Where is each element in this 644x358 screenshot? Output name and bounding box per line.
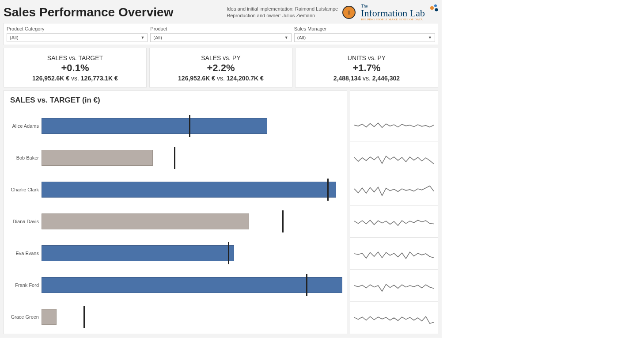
bullet-chart <box>42 177 342 202</box>
sparkline-icon <box>354 275 434 296</box>
kpi-label: UNITS vs. PY <box>298 54 435 61</box>
sparkline-icon <box>354 147 434 168</box>
info-icon: i <box>348 9 350 16</box>
header: Sales Performance Overview Idea and init… <box>4 4 438 21</box>
kpi-row: SALES vs. TARGET +0.1% 126,952.6K € vs. … <box>4 48 438 88</box>
sparkline-panel <box>350 90 438 334</box>
kpi-label: SALES vs. PY <box>152 54 289 61</box>
info-button[interactable]: i <box>342 6 356 19</box>
kpi-value: +2.2% <box>152 62 289 74</box>
kpi-sales-vs-target: SALES vs. TARGET +0.1% 126,952.6K € vs. … <box>4 48 147 88</box>
logo-text: The Information Lab HELPING PEOPLE MAKE … <box>361 4 425 21</box>
sparkline-cell[interactable] <box>350 270 438 302</box>
kpi-units-vs-py: UNITS vs. PY +1.7% 2,488,134 vs. 2,446,3… <box>295 48 438 88</box>
bullet-chart <box>42 240 342 266</box>
bullet-rows: Alice AdamsBob BakerCharlie ClarkDiana D… <box>8 110 342 333</box>
sparkline-icon <box>354 244 434 264</box>
bullet-row[interactable]: Bob Baker <box>8 142 342 174</box>
target-marker <box>306 274 307 296</box>
chevron-down-icon: ▼ <box>140 35 144 40</box>
filter-select-category[interactable]: (All) ▼ <box>7 33 148 42</box>
bullet-name: Diana Davis <box>8 219 42 224</box>
target-marker <box>83 306 85 328</box>
bullet-name: Grace Green <box>8 314 42 320</box>
credits: Idea and initial implementation: Raimond… <box>227 6 338 19</box>
kpi-label: SALES vs. TARGET <box>7 54 144 61</box>
page-title: Sales Performance Overview <box>4 5 227 19</box>
bullet-chart <box>42 272 342 298</box>
bullet-chart <box>42 113 342 139</box>
bullet-name: Charlie Clark <box>8 187 42 192</box>
bullet-bar <box>42 245 234 261</box>
bullet-chart <box>42 209 342 234</box>
bullet-row[interactable]: Alice Adams <box>8 110 342 142</box>
filter-sales-manager: Sales Manager (All) ▼ <box>294 26 435 42</box>
bullet-chart-panel: SALES vs. TARGET (in €) Alice AdamsBob B… <box>4 90 347 334</box>
bullet-chart-title: SALES vs. TARGET (in €) <box>10 96 342 105</box>
filter-label: Product Category <box>7 26 148 31</box>
target-marker <box>228 242 229 264</box>
bullet-bar <box>42 277 342 293</box>
bullet-name: Frank Ford <box>8 282 42 288</box>
bullet-bar <box>42 309 57 325</box>
sparkline-icon <box>354 308 434 328</box>
bullet-name: Eva Evans <box>8 251 42 256</box>
bullet-bar <box>42 150 153 166</box>
logo: The Information Lab HELPING PEOPLE MAKE … <box>361 4 438 21</box>
sparkline-icon <box>354 211 434 232</box>
target-marker <box>282 210 284 232</box>
bullet-row[interactable]: Charlie Clark <box>8 174 342 206</box>
kpi-sales-vs-py: SALES vs. PY +2.2% 126,952.6K € vs. 124,… <box>149 48 292 88</box>
bullet-chart <box>42 304 342 330</box>
chevron-down-icon: ▼ <box>284 35 288 40</box>
logo-dots-icon <box>426 4 438 14</box>
filter-product: Product (All) ▼ <box>150 26 291 42</box>
filter-select-product[interactable]: (All) ▼ <box>150 33 291 42</box>
sparkline-cell[interactable] <box>350 238 438 270</box>
sparkline-cell[interactable] <box>350 141 438 174</box>
bullet-row[interactable]: Diana Davis <box>8 206 342 237</box>
filter-select-manager[interactable]: (All) ▼ <box>294 33 435 42</box>
kpi-value: +0.1% <box>7 62 144 74</box>
chevron-down-icon: ▼ <box>428 35 432 40</box>
filter-label: Product <box>150 26 291 31</box>
kpi-detail: 2,488,134 vs. 2,446,302 <box>298 75 435 82</box>
sparkline-cell[interactable] <box>350 173 438 206</box>
kpi-detail: 126,952.6K € vs. 126,773.1K € <box>7 75 144 82</box>
sparkline-header <box>350 91 438 109</box>
filter-label: Sales Manager <box>294 26 435 31</box>
credits-line1: Idea and initial implementation: Raimond… <box>227 6 338 12</box>
bullet-name: Bob Baker <box>8 155 42 160</box>
bullet-bar <box>42 182 336 198</box>
charts-row: SALES vs. TARGET (in €) Alice AdamsBob B… <box>4 90 438 334</box>
bullet-name: Alice Adams <box>8 123 42 129</box>
target-marker <box>189 115 190 137</box>
kpi-value: +1.7% <box>298 62 435 74</box>
sparkline-icon <box>354 179 434 199</box>
sparkline-icon <box>354 115 434 135</box>
credits-line2: Reproduction and owner: Julius Ziemann <box>227 12 338 19</box>
filter-value: (All) <box>10 35 19 40</box>
filters: Product Category (All) ▼ Product (All) ▼… <box>4 23 438 45</box>
sparkline-cell[interactable] <box>350 109 438 141</box>
bullet-bar <box>42 118 267 134</box>
filter-product-category: Product Category (All) ▼ <box>7 26 148 42</box>
kpi-detail: 126,952.6K € vs. 124,200.7K € <box>152 75 289 82</box>
bullet-bar <box>42 213 249 229</box>
dashboard: Sales Performance Overview Idea and init… <box>0 0 442 338</box>
bullet-row[interactable]: Frank Ford <box>8 269 342 301</box>
filter-value: (All) <box>153 35 162 40</box>
sparkline-rows <box>350 109 438 334</box>
svg-point-1 <box>430 6 434 10</box>
sparkline-cell[interactable] <box>350 302 438 334</box>
bullet-row[interactable]: Eva Evans <box>8 237 342 269</box>
target-marker <box>327 179 329 201</box>
sparkline-cell[interactable] <box>350 206 438 238</box>
svg-point-2 <box>435 8 438 11</box>
bullet-row[interactable]: Grace Green <box>8 301 342 333</box>
svg-point-0 <box>434 4 437 7</box>
target-marker <box>174 147 175 169</box>
bullet-chart <box>42 145 342 171</box>
filter-value: (All) <box>297 35 306 40</box>
